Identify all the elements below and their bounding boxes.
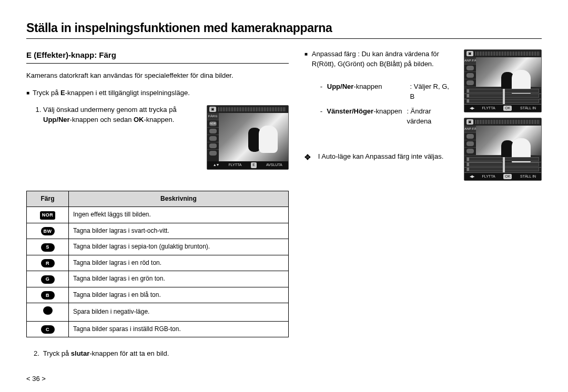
chip-icon <box>466 134 474 139</box>
th-desc: Beskrivning <box>69 191 289 207</box>
cam2-footer-move: FLYTTA <box>482 106 495 111</box>
intro-text: Kamerans datorkraft kan användas för spe… <box>26 71 289 81</box>
b-chip-icon: B <box>41 291 55 300</box>
r-chip-icon: R <box>41 259 55 267</box>
camera-screenshot-3: ▣ ANP.FÄRG <box>464 118 542 181</box>
cam1-footer-exit: AVSLUTA <box>266 162 282 168</box>
histogram-icon <box>475 120 539 124</box>
table-row: Spara bilden i negativ-läge. <box>27 303 289 321</box>
camera-screenshot-2: ▣ ANP.FÄRG <box>464 49 542 112</box>
cam2-footer-set: STÄLL IN <box>520 106 536 111</box>
nor-chip-icon: NOR <box>209 121 217 126</box>
cam1-sidebar-label: FÄRG <box>207 113 219 120</box>
nor-chip-icon: NOR <box>40 211 56 220</box>
color-icon-cell: BW <box>27 223 69 239</box>
mode-badge-icon: ▣ <box>209 107 216 112</box>
color-desc-cell: Tagna bilder lagras i en grön ton. <box>69 271 289 287</box>
mode-badge-icon: ▣ <box>466 119 473 125</box>
content-columns: E (Effekter)-knapp: Färg Kamerans datork… <box>26 49 542 359</box>
chip-icon <box>466 149 474 153</box>
square-bullet-icon: ■ <box>305 49 308 69</box>
chip-icon <box>466 141 474 146</box>
c-chip-icon: C <box>41 325 55 334</box>
color-icon-cell: G <box>27 271 69 287</box>
color-icon-cell: B <box>27 287 69 303</box>
color-table: Färg Beskrivning NORIngen effekt läggs t… <box>26 191 289 338</box>
cross-arrows-icon: ◀▶ <box>470 174 474 179</box>
cam3-footer-move: FLYTTA <box>482 174 495 179</box>
g-chip-icon <box>209 151 217 156</box>
chip-icon <box>466 73 474 78</box>
ctl-updown: - Upp/Ner-knappen : Väljer R, G, B <box>320 82 452 102</box>
table-row: CTagna bilder sparas i inställd RGB-ton. <box>27 321 289 337</box>
cam2-live-view <box>476 57 541 87</box>
left-column: E (Effekter)-knapp: Färg Kamerans datork… <box>26 49 289 359</box>
cross-arrows-icon: ◀▶ <box>470 106 474 111</box>
color-icon-cell: C <box>27 321 69 337</box>
histogram-icon <box>475 51 539 56</box>
s-chip-icon: S <box>41 243 55 252</box>
cam1-footer-mid: E <box>251 162 257 168</box>
custom-color-text: Anpassad färg : Du kan ändra värdena för… <box>312 49 452 69</box>
page-number: < 36 > <box>26 375 46 383</box>
cam1-live-view <box>219 113 288 161</box>
color-desc-cell: Spara bilden i negativ-läge. <box>69 303 289 321</box>
step-2: 2. Tryck på slutar-knappen för att ta en… <box>26 349 289 359</box>
camera-screenshot-1: ▣ FÄRG NOR <box>207 105 289 169</box>
page-title: Ställa in inspelningsfunktionen med kame… <box>26 21 542 35</box>
page-header: Ställa in inspelningsfunktionen med kame… <box>26 21 542 39</box>
color-icon-cell: S <box>27 239 69 255</box>
rgb-sliders <box>464 87 541 105</box>
cam1-footer-move: FLYTTA <box>228 162 241 168</box>
table-row: BTagna bilder lagras i en blå ton. <box>27 287 289 303</box>
bullet-text: Tryck på E-knappen i ett tillgängligt in… <box>33 88 190 98</box>
histogram-icon <box>218 107 286 111</box>
color-icon-cell <box>27 303 69 321</box>
negative-chip-icon <box>43 306 53 315</box>
table-row: STagna bilder lagras i sepia-ton (gulakt… <box>27 239 289 255</box>
r-chip-icon <box>209 143 217 148</box>
info-note-text: I Auto-läge kan Anpassad färg inte välja… <box>318 152 444 162</box>
cam3-footer-set: STÄLL IN <box>520 174 536 179</box>
ctl-leftright: - Vänster/Höger-knappen : Ändrar värdena <box>320 107 452 127</box>
cam3-footer-mid: OK <box>503 174 512 179</box>
cam2-sidebar-label: ANP.FÄRG <box>464 57 476 64</box>
rgb-sliders <box>464 155 541 173</box>
table-row: NORIngen effekt läggs till bilden. <box>27 207 289 223</box>
color-desc-cell: Tagna bilder lagras i sepia-ton (gulakti… <box>69 239 289 255</box>
bw-chip-icon <box>209 129 217 133</box>
color-desc-cell: Tagna bilder lagras i en röd ton. <box>69 255 289 271</box>
color-icon-cell: NOR <box>27 207 69 223</box>
s-chip-icon <box>209 136 217 141</box>
g-chip-icon: G <box>41 275 55 284</box>
mode-badge-icon: ▣ <box>466 51 473 56</box>
color-icon-cell: R <box>27 255 69 271</box>
info-cross-icon: ✥ <box>305 152 311 162</box>
square-bullet-icon: ■ <box>26 88 29 98</box>
color-desc-cell: Tagna bilder lagras i svart-och-vitt. <box>69 223 289 239</box>
cam3-live-view <box>476 126 541 155</box>
cam3-sidebar-label: ANP.FÄRG <box>464 126 476 132</box>
table-row: RTagna bilder lagras i en röd ton. <box>27 255 289 271</box>
color-desc-cell: Tagna bilder lagras i en blå ton. <box>69 287 289 303</box>
chip-icon <box>466 66 474 70</box>
chip-icon <box>466 80 474 85</box>
table-row: BWTagna bilder lagras i svart-och-vitt. <box>27 223 289 239</box>
step1-block: ▣ FÄRG NOR <box>26 105 289 174</box>
right-camera-stack: ▣ ANP.FÄRG <box>464 49 542 181</box>
bw-chip-icon: BW <box>41 227 55 235</box>
right-column: ▣ ANP.FÄRG <box>305 49 542 359</box>
cam2-footer-mid: OK <box>503 106 512 111</box>
updown-arrows-icon: ▲▼ <box>213 162 219 168</box>
color-desc-cell: Ingen effekt läggs till bilden. <box>69 207 289 223</box>
bullet-press-e: ■ Tryck på E-knappen i ett tillgängligt … <box>26 88 289 98</box>
th-color: Färg <box>27 191 69 207</box>
section-title: E (Effekter)-knapp: Färg <box>26 49 289 64</box>
color-desc-cell: Tagna bilder sparas i inställd RGB-ton. <box>69 321 289 337</box>
table-row: GTagna bilder lagras i en grön ton. <box>27 271 289 287</box>
